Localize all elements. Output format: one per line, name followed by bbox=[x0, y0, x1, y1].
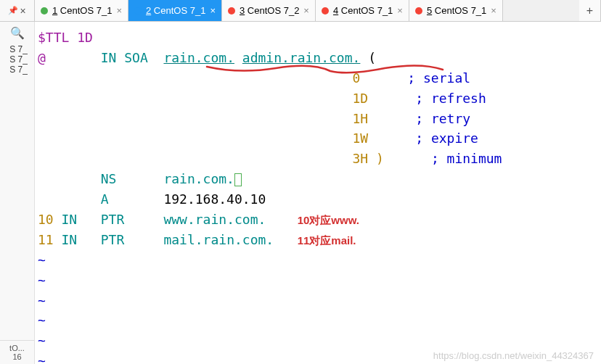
soa-value: 0 bbox=[352, 70, 360, 86]
ttl-directive: $TTL 1D bbox=[38, 30, 93, 45]
sidebar: 🔍 S 7_S 7_S 7_ tO... 16 bbox=[0, 22, 35, 364]
ptr2-num: 11 bbox=[38, 232, 54, 247]
tab-bar: 📌 × 1 CentOS 7_1×2 CentOS 7_1×3 CentOS 7… bbox=[0, 0, 601, 22]
soa-admin: admin.rain.com. bbox=[242, 50, 361, 65]
soa-comment: ; refresh bbox=[415, 91, 486, 106]
editor[interactable]: $TTL 1D @ IN SOA rain.com. admin.rain.co… bbox=[35, 22, 601, 364]
search-icon[interactable]: 🔍 bbox=[10, 26, 25, 40]
soa-value: 1H bbox=[352, 111, 368, 126]
soa-value: 1D bbox=[352, 91, 368, 106]
annotation-mail: 11对应mail. bbox=[298, 234, 356, 247]
tilde: ~ bbox=[38, 252, 46, 268]
ptr1-in: IN bbox=[62, 212, 78, 227]
tab-label: 3 CentOS 7_2 bbox=[240, 5, 299, 16]
watermark: https://blog.csdn.net/weixin_44324367 bbox=[433, 350, 594, 361]
origin-at: @ bbox=[38, 50, 46, 65]
status-dot-icon bbox=[134, 7, 142, 15]
ptr1-type: PTR bbox=[101, 212, 125, 227]
tab-label: 5 CentOS 7_1 bbox=[427, 5, 486, 16]
ns-value: rain.com. bbox=[163, 171, 234, 186]
tab-4[interactable]: 4 CentOS 7_1× bbox=[316, 0, 409, 21]
tabs-container: 1 CentOS 7_1×2 CentOS 7_1×3 CentOS 7_2×4… bbox=[35, 0, 579, 21]
ptr2-type: PTR bbox=[101, 232, 125, 247]
a-value: 192.168.40.10 bbox=[163, 191, 266, 207]
new-tab-button[interactable]: + bbox=[579, 0, 601, 21]
main-area: 🔍 S 7_S 7_S 7_ tO... 16 $TTL 1D @ IN SOA… bbox=[0, 22, 601, 364]
sidebar-item[interactable]: S 7_ bbox=[7, 44, 28, 54]
ptr2-value: mail.rain.com. bbox=[163, 232, 274, 247]
tab-label: 4 CentOS 7_1 bbox=[333, 5, 393, 16]
ns-type: NS bbox=[101, 171, 117, 186]
sidebar-item[interactable]: S 7_ bbox=[7, 54, 28, 65]
open-paren: ( bbox=[360, 50, 376, 65]
pin-icon[interactable]: 📌 bbox=[8, 6, 18, 15]
tilde: ~ bbox=[38, 333, 46, 348]
status-dot-icon bbox=[322, 7, 329, 15]
close-icon[interactable]: × bbox=[303, 5, 309, 16]
sidebar-status: tO... bbox=[9, 344, 25, 352]
soa-value: 1W bbox=[352, 131, 368, 146]
status-dot-icon bbox=[228, 7, 235, 15]
soa-comment: ; retry bbox=[415, 111, 470, 126]
sidebar-item[interactable]: S 7_ bbox=[7, 65, 28, 75]
tab-3[interactable]: 3 CentOS 7_2× bbox=[222, 0, 316, 21]
sidebar-bottom: tO... 16 bbox=[0, 340, 34, 364]
close-icon[interactable]: × bbox=[116, 5, 122, 16]
pin-area: 📌 × bbox=[0, 0, 35, 21]
cursor-icon bbox=[234, 173, 242, 186]
soa-value: 3H ) bbox=[352, 151, 383, 166]
ptr1-value: www.rain.com. bbox=[163, 212, 266, 227]
tilde: ~ bbox=[38, 313, 46, 328]
tab-2[interactable]: 2 CentOS 7_1× bbox=[128, 0, 222, 21]
tilde: ~ bbox=[38, 273, 46, 288]
tilde: ~ bbox=[38, 293, 46, 308]
a-type: A bbox=[101, 191, 109, 207]
tab-5[interactable]: 5 CentOS 7_1× bbox=[409, 0, 503, 21]
soa-comment: ; minimum bbox=[431, 151, 502, 166]
in-class: IN bbox=[101, 50, 117, 65]
sidebar-count: 16 bbox=[12, 352, 21, 361]
close-icon[interactable]: × bbox=[210, 5, 216, 16]
tab-label: 2 CentOS 7_1 bbox=[146, 5, 205, 16]
soa-comment: ; serial bbox=[407, 70, 470, 86]
annotation-www: 10对应www. bbox=[298, 214, 359, 226]
soa-ns: rain.com. bbox=[163, 50, 234, 65]
tab-label: 1 CentOS 7_1 bbox=[52, 5, 112, 16]
close-icon[interactable]: × bbox=[491, 5, 496, 16]
ptr1-num: 10 bbox=[38, 212, 54, 227]
close-icon[interactable]: × bbox=[397, 5, 403, 16]
soa-type: SOA bbox=[124, 50, 148, 65]
soa-comment: ; expire bbox=[415, 131, 478, 146]
tilde: ~ bbox=[38, 353, 46, 364]
ptr2-in: IN bbox=[62, 232, 78, 247]
tab-1[interactable]: 1 CentOS 7_1× bbox=[35, 0, 128, 21]
status-dot-icon bbox=[415, 7, 422, 15]
status-dot-icon bbox=[41, 7, 48, 15]
panel-close-icon[interactable]: × bbox=[20, 5, 25, 17]
